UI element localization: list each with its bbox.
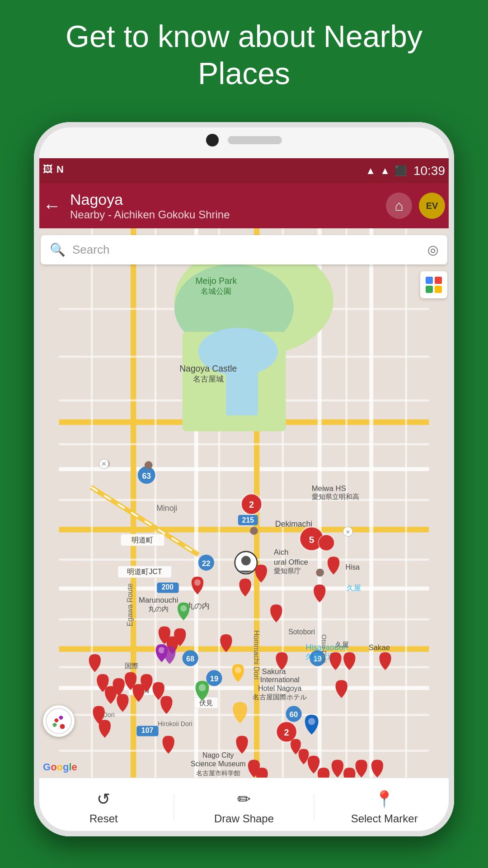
app-bar-actions: ⌂ EV (386, 193, 445, 219)
svg-rect-19 (59, 618, 429, 620)
svg-point-115 (199, 684, 206, 691)
svg-text:Science Museum: Science Museum (191, 760, 245, 768)
front-camera (206, 134, 219, 146)
g-logo-e: e (72, 761, 77, 773)
map-area[interactable]: 63 215 22 200 68 19 19 60 107 (34, 228, 454, 778)
svg-text:Otsu Dori: Otsu Dori (320, 634, 328, 663)
svg-text:Hommachi Dori: Hommachi Dori (253, 630, 260, 679)
status-icons: 🖼 N ▲ ▲ ⬛ (366, 165, 407, 177)
svg-text:Nagoya Castle: Nagoya Castle (179, 363, 237, 373)
svg-text:Minoji: Minoji (156, 504, 177, 513)
location-cluster-icon (45, 708, 72, 735)
svg-rect-23 (91, 228, 93, 778)
draw-shape-label: Draw Shape (214, 812, 274, 825)
svg-text:Aich: Aich (274, 548, 289, 557)
search-input[interactable]: Search (72, 243, 421, 257)
svg-text:Meiwa HS: Meiwa HS (312, 484, 346, 493)
svg-rect-4 (59, 527, 429, 532)
g-logo-o2: o (57, 761, 63, 773)
select-marker-button[interactable]: 📍 Select Marker (314, 778, 454, 836)
svg-point-111 (194, 580, 201, 586)
svg-text:国際: 国際 (125, 662, 138, 670)
svg-point-96 (145, 461, 153, 469)
svg-text:明道町: 明道町 (131, 536, 153, 544)
search-bar[interactable]: 🔍 Search ◎ (41, 235, 447, 264)
grid-cell-2 (435, 277, 442, 284)
status-time: 10:39 (413, 164, 445, 178)
svg-text:Sotobori: Sotobori (288, 628, 315, 636)
svg-text:63: 63 (142, 472, 151, 481)
g-logo-o1: o (51, 761, 56, 773)
wifi-icon: ▲ (366, 165, 375, 177)
svg-point-114 (235, 667, 241, 673)
svg-text:Hisa: Hisa (346, 563, 360, 571)
svg-text:✕: ✕ (346, 529, 350, 535)
svg-text:International: International (260, 676, 300, 684)
reset-button[interactable]: ↺ Reset (34, 778, 174, 836)
svg-text:愛知県庁: 愛知県庁 (274, 567, 301, 575)
svg-text:2: 2 (284, 727, 289, 737)
bottom-toolbar: ↺ Reset ✏ Draw Shape 📍 Select Marker (34, 778, 454, 836)
phone-top-bar (34, 122, 454, 158)
my-location-cluster[interactable] (43, 705, 75, 737)
svg-text:107: 107 (141, 726, 154, 734)
svg-text:Marunouchi: Marunouchi (139, 596, 178, 604)
svg-text:68: 68 (186, 655, 194, 663)
svg-text:名城公園: 名城公園 (201, 287, 231, 296)
notif-icon-1: 🖼 (43, 164, 53, 175)
g-logo-g2: g (63, 761, 69, 773)
layers-button[interactable] (420, 271, 447, 298)
svg-text:Sakae: Sakae (369, 643, 390, 652)
app-bar: ← Nagoya Nearby - Aichiken Gokoku Shrine… (34, 183, 454, 228)
signal-icon: ▲ (380, 165, 390, 177)
svg-point-112 (180, 605, 187, 612)
svg-text:名古屋国際ホテル: 名古屋国際ホテル (253, 693, 307, 701)
svg-text:Meijo Park: Meijo Park (196, 276, 237, 286)
home-button[interactable]: ⌂ (386, 193, 412, 219)
svg-rect-28 (405, 228, 407, 778)
back-button[interactable]: ← (43, 196, 61, 216)
grid-icon (426, 277, 442, 293)
page-title: Get to know about Nearby Places (0, 18, 488, 92)
svg-text:明道町JCT: 明道町JCT (127, 568, 162, 576)
svg-text:Nago City: Nago City (202, 751, 234, 759)
app-bar-title: Nagoya Nearby - Aichiken Gokoku Shrine (70, 191, 386, 221)
svg-text:✕: ✕ (101, 460, 107, 467)
svg-text:Hotel Nagoya: Hotel Nagoya (258, 684, 301, 692)
reset-label: Reset (89, 812, 118, 825)
svg-rect-3 (59, 467, 429, 471)
svg-text:久屋: 久屋 (347, 584, 361, 592)
app-title: Nagoya (70, 191, 386, 208)
reset-icon: ↺ (97, 790, 110, 809)
grid-cell-1 (426, 277, 433, 284)
svg-text:Hirokoii Dori: Hirokoii Dori (158, 720, 192, 727)
svg-text:名古屋城: 名古屋城 (193, 375, 224, 383)
svg-text:200: 200 (162, 583, 174, 591)
svg-rect-16 (59, 443, 429, 445)
ev-button[interactable]: EV (419, 193, 445, 219)
phone-frame: 🖼 N ▲ ▲ ⬛ 10:39 ← Nagoya Nearby - Aichik… (34, 122, 454, 836)
svg-point-119 (46, 708, 71, 734)
svg-text:名古屋市科学館: 名古屋市科学館 (196, 769, 240, 777)
select-marker-label: Select Marker (351, 812, 418, 825)
svg-rect-27 (346, 228, 347, 778)
svg-text:5: 5 (309, 534, 314, 545)
svg-text:Egawa Route: Egawa Route (126, 583, 134, 626)
map-svg: 63 215 22 200 68 19 19 60 107 (34, 228, 454, 778)
svg-point-110 (241, 556, 251, 566)
app-subtitle: Nearby - Aichiken Gokoku Shrine (70, 208, 386, 221)
svg-rect-20 (59, 666, 429, 668)
speaker (228, 136, 282, 144)
svg-point-118 (308, 718, 315, 725)
svg-point-99 (316, 569, 324, 577)
grid-cell-4 (435, 286, 442, 293)
svg-point-120 (60, 724, 65, 729)
draw-shape-button[interactable]: ✏ Draw Shape (174, 778, 314, 836)
svg-text:19: 19 (210, 675, 219, 683)
svg-text:ural Office: ural Office (274, 558, 308, 566)
google-logo: Google (43, 761, 77, 773)
svg-text:愛知県立明和高: 愛知県立明和高 (312, 493, 359, 500)
g-logo-g: G (43, 761, 51, 773)
svg-rect-33 (226, 368, 258, 415)
location-icon: ◎ (427, 242, 438, 257)
